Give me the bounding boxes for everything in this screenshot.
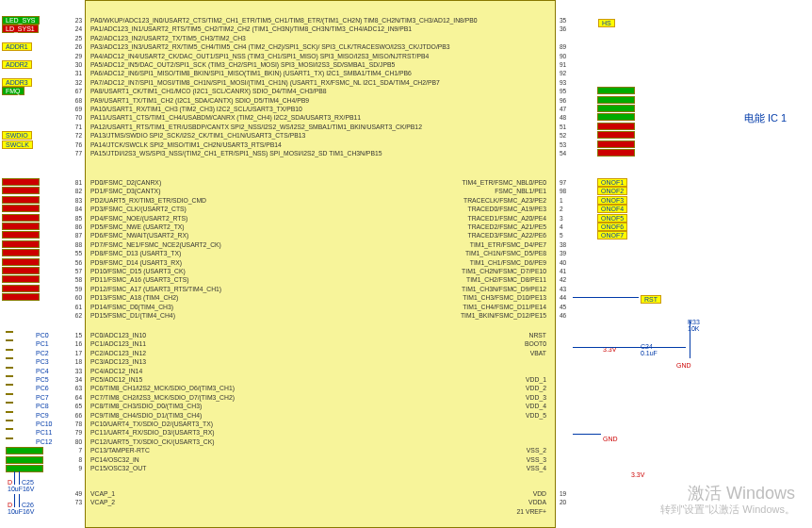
pin-label: PC9/TIM8_CH4/SDIO_D1/(TIM3_CH4) xyxy=(90,412,202,419)
net-onof-ext1 xyxy=(6,456,43,464)
pin-label-r: VSS_4 xyxy=(358,465,546,471)
pin-label: PD5/FSMC_NWE (USART2_TX) xyxy=(90,223,185,230)
net-label: PC0 xyxy=(36,332,49,338)
net-pb12 xyxy=(597,123,635,130)
pin-no: 30 xyxy=(71,61,82,68)
pin-label: PA6/ADC12_IN6/SPI1_MISO/TIM8_BKIN/SPI1_M… xyxy=(90,70,412,76)
pin-label-r: TRACED2/FSMC_A21/PE5 xyxy=(358,223,546,230)
pin-no-r: 4 xyxy=(560,223,571,230)
pin-label: PA14/JTCK/SWCLK SPI2_MISO/TIM1_CH2N/USAR… xyxy=(90,141,282,148)
pin-no: 85 xyxy=(71,215,82,222)
pin-label: PD2/UART5_RX/TIM3_ETR/SDIO_CMD xyxy=(90,197,206,204)
pin-label: PA3/ADC123_IN3/USART2_RX/TIM5_CH4/TIM5_C… xyxy=(90,43,450,50)
pin-no: 18 xyxy=(71,358,82,365)
pin-label-r: TIM1_CH2/FSMC_D8/PE11 xyxy=(358,276,546,283)
pin-label: PD3/FSMC_CLK/(USART2_CTS) xyxy=(90,206,187,212)
pin-label: PD7/FSMC_NE1/FSMC_NCE2(USART2_CK) xyxy=(90,241,221,248)
net-pd9 xyxy=(2,258,40,266)
pin-no: 77 xyxy=(71,150,82,157)
pin-no-r: 45 xyxy=(560,304,571,310)
pin-label-r: VDD_1 xyxy=(358,376,546,383)
pin-no: 78 xyxy=(71,421,82,427)
pin-no-r: 3 xyxy=(560,215,571,222)
pin-no-r: 47 xyxy=(560,106,571,112)
net-pc5 xyxy=(6,375,13,377)
net-label: PC9 xyxy=(36,412,49,419)
pin-label: PC5/ADC12_IN15 xyxy=(90,376,142,383)
net-hs: HS xyxy=(598,19,615,27)
pin-no: 84 xyxy=(71,206,82,212)
pin-label: PA13/JTMS/SWDIO SPI2_SCK/I2S2_CK/TIM1_CH… xyxy=(90,132,305,139)
pin-label: PD9/FSMC_D14 (USART3_RX) xyxy=(90,259,182,266)
pin-no-r: 44 xyxy=(560,294,571,301)
pin-no-r: 43 xyxy=(560,286,571,292)
pin-label: PD11/FSMC_A16 (USART3_CTS) xyxy=(90,276,189,283)
pin-no: 62 xyxy=(71,312,82,319)
pin-label: PA1/ADC123_IN1/USART2_RTS/TIM5_CH2/TIM2_… xyxy=(90,25,412,32)
pin-no: 15 xyxy=(71,332,82,338)
net-label: PC3 xyxy=(36,358,49,365)
net-onof-ext0 xyxy=(6,447,43,454)
pin-label: PC11/UART4_RX/SDIO_D3/(USART3_RX) xyxy=(90,429,215,436)
net-pb10 xyxy=(597,105,635,112)
net-label: PC6 xyxy=(36,385,49,391)
gnd-2: GND xyxy=(603,436,618,442)
pin-label: PC12/UART5_TX/SDIO_CK/(USART3_CK) xyxy=(90,438,215,445)
net-label: PC7 xyxy=(36,394,49,401)
pin-no-r: 98 xyxy=(560,188,571,194)
pin-no: 26 xyxy=(71,43,82,50)
net-label: PC8 xyxy=(36,403,49,409)
pin-label: PA12/USART1_RTS/TIM1_ETR/USBDP/CANTX SPI… xyxy=(90,124,422,130)
pin-no: 72 xyxy=(71,132,82,139)
pin-no-r: 54 xyxy=(560,150,571,157)
net-pd3 xyxy=(2,205,40,212)
pin-no: 69 xyxy=(71,106,82,112)
pin-no-r: 51 xyxy=(560,124,571,130)
pin-label-r: VDD xyxy=(358,490,546,497)
pin-label: PD8/FSMC_D13 (USART3_TX) xyxy=(90,250,181,256)
pin-label-r: VSS_2 xyxy=(358,447,546,454)
pin-label: PD6/FSMC_NWAIT(USART2_RX) xyxy=(90,232,188,239)
net-pb14 xyxy=(597,140,635,148)
pin-label: PD14/FSMC_D0(TIM4_CH3) xyxy=(90,304,173,310)
pin-no: 81 xyxy=(71,179,82,186)
net-pd5 xyxy=(2,223,40,230)
pin-label-r: TRACED3/FSMC_A22/PE6 xyxy=(358,232,546,239)
link-ic[interactable]: 电能 IC 1 xyxy=(744,111,787,125)
net-pd10 xyxy=(2,267,40,274)
pin-no: 25 xyxy=(71,35,82,41)
pin-no: 79 xyxy=(71,429,82,436)
pin-label-r: 21 VREF+ xyxy=(358,508,546,515)
pin-label-r: VDD_5 xyxy=(358,412,546,419)
net-label: PC1 xyxy=(36,340,49,347)
pin-no-r: 39 xyxy=(560,250,571,256)
net-pd12 xyxy=(2,285,40,292)
net-pd7 xyxy=(2,240,40,248)
pin-label-r: TIM1_CH3/FSMC_D10/PE13 xyxy=(358,294,546,301)
wire xyxy=(573,434,601,435)
pin-label: PC8/TIM8_CH3/SDIO_D0/(TIM3_CH3) xyxy=(90,403,202,409)
pin-no-r: 42 xyxy=(560,276,571,283)
wire xyxy=(573,347,686,348)
pin-no: 64 xyxy=(71,394,82,401)
net-pc2 xyxy=(6,349,13,351)
pin-no: 17 xyxy=(71,350,82,356)
net-onof3: ONOF3 xyxy=(597,196,627,205)
pin-label: PD15/FSMC_D1/(TIM4_CH4) xyxy=(90,312,175,319)
net-rst: RST xyxy=(641,295,661,304)
pin-no: 32 xyxy=(71,79,82,86)
pin-no: 16 xyxy=(71,340,82,347)
pin-no: 63 xyxy=(71,385,82,391)
pin-no-r: 41 xyxy=(560,268,571,274)
pin-no-r: 52 xyxy=(560,132,571,139)
pin-label: VCAP_2 xyxy=(90,499,115,505)
pin-label-r: TRACECLK/FSMC_A23/PE2 xyxy=(358,197,546,204)
pin-no: 57 xyxy=(71,268,82,274)
pin-label: PC14/OSC32_IN xyxy=(90,456,139,463)
pin-no: 60 xyxy=(71,294,82,301)
net-swclk: SWCLK xyxy=(2,140,33,149)
pin-label-r: VSS_3 xyxy=(358,456,546,463)
pin-no: 71 xyxy=(71,124,82,130)
pin-no: 55 xyxy=(71,250,82,256)
pin-label: PA11/USART1_CTS/TIM1_CH4/USABDM/CANRX (T… xyxy=(90,114,361,121)
